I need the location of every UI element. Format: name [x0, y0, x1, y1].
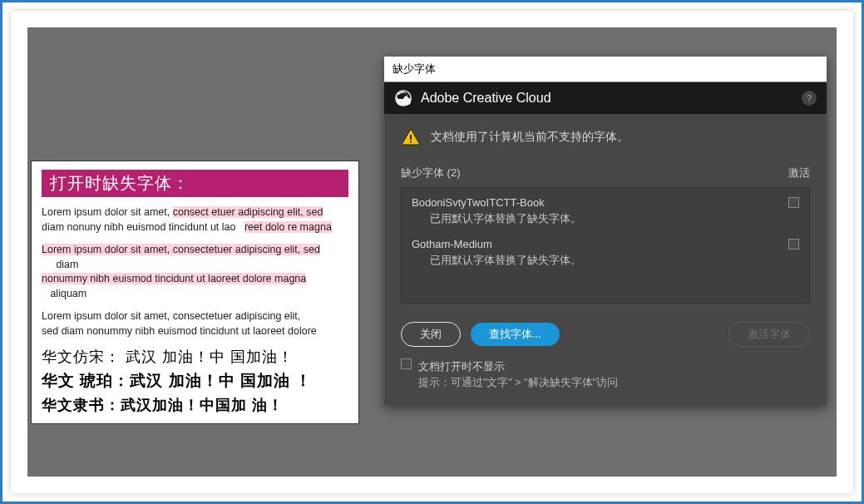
creative-cloud-icon	[394, 89, 412, 107]
missing-fonts-dialog: 缺少字体 Adobe Creative Cloud ? 文档使用了计算机当前不支…	[384, 57, 827, 405]
missing-fonts-label: 缺少字体 (2)	[401, 166, 461, 180]
font-status: 已用默认字体替换了缺失字体。	[412, 253, 799, 268]
doc-heading: 打开时缺失字体：	[42, 170, 348, 197]
hint-text: 提示：可通过"文字" > "解决缺失字体"访问	[418, 375, 618, 391]
activate-column-label: 激活	[788, 166, 810, 180]
font-name: BodoniSvtyTwoITCTT-Book	[412, 196, 545, 209]
creative-cloud-label: Adobe Creative Cloud	[421, 91, 551, 106]
activate-fonts-button: 激活字体	[728, 322, 810, 347]
dont-show-label: 文档打开时不显示	[418, 358, 618, 375]
svg-rect-1	[410, 135, 412, 140]
cn-line-2: 华文 琥珀：武汉 加油！中 国加油 ！	[42, 370, 348, 392]
font-item: Gotham-Medium 已用默认字体替换了缺失字体。	[405, 235, 806, 276]
doc-paragraph-1: Lorem ipsum dolor sit amet, consect etue…	[42, 205, 348, 235]
help-icon[interactable]: ?	[802, 91, 817, 106]
dialog-title: 缺少字体	[384, 57, 827, 82]
cn-line-3: 华文隶书：武汉加油！中国加 油！	[42, 395, 348, 415]
font-name: Gotham-Medium	[412, 238, 492, 250]
cn-line-1: 华文仿宋： 武汉 加油！中 国加油！	[42, 347, 348, 367]
activate-checkbox[interactable]	[788, 197, 799, 208]
font-status: 已用默认字体替换了缺失字体。	[412, 211, 799, 226]
warning-message: 文档使用了计算机当前不支持的字体。	[431, 130, 629, 145]
warning-icon	[401, 127, 421, 147]
doc-paragraph-3: Lorem ipsum dolor sit amet, consectetuer…	[42, 309, 348, 338]
close-button[interactable]: 关闭	[401, 322, 461, 347]
canvas-area: 打开时缺失字体： Lorem ipsum dolor sit amet, con…	[27, 27, 837, 477]
activate-checkbox[interactable]	[788, 239, 799, 250]
find-fonts-button[interactable]: 查找字体...	[471, 323, 560, 346]
document-preview: 打开时缺失字体： Lorem ipsum dolor sit amet, con…	[31, 161, 359, 424]
font-item: BodoniSvtyTwoITCTT-Book 已用默认字体替换了缺失字体。	[405, 193, 806, 235]
missing-fonts-list: BodoniSvtyTwoITCTT-Book 已用默认字体替换了缺失字体。 G…	[401, 187, 810, 304]
dont-show-checkbox[interactable]	[401, 358, 412, 369]
svg-rect-2	[410, 141, 412, 143]
doc-paragraph-2: Lorem ipsum dolor sit amet, consectetuer…	[42, 243, 348, 301]
creative-cloud-bar: Adobe Creative Cloud ?	[384, 82, 827, 114]
